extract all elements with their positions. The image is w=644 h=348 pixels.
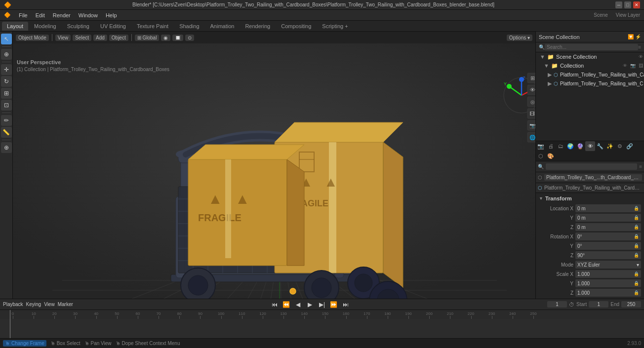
tab-rendering[interactable]: Rendering (240, 22, 275, 31)
status-frame-item[interactable]: 🖱 Change Frame (3, 340, 46, 347)
viewport[interactable]: Object Mode View Select Add Object ⊞ Glo… (13, 32, 535, 299)
transform-header[interactable]: ▼ Transform (537, 194, 643, 203)
tool-annotate[interactable]: ✏ (1, 115, 12, 126)
tool-select[interactable]: ↖ (1, 34, 12, 44)
object-selector-dropdown[interactable]: Platform_Trolley_Two_...th_Cardboard_Box… (544, 174, 642, 181)
prop-tab-material[interactable]: 🎨 (546, 151, 556, 161)
eye-icon-2[interactable]: 👁 (623, 63, 627, 68)
object-selector-2[interactable]: ⬡ Platform_Trolley_Two_Railing_with_Card… (536, 183, 644, 193)
mode-dropdown[interactable]: Object Mode (16, 35, 49, 41)
menu-render[interactable]: Render (49, 10, 75, 20)
prop-tab-world[interactable]: 🔮 (575, 141, 585, 151)
lock-icon-5[interactable]: 🔒 (634, 243, 639, 248)
next-frame-button[interactable]: ▶| (318, 300, 326, 309)
menu-help[interactable]: Help (102, 10, 121, 20)
lock-icon-8[interactable]: 🔒 (634, 281, 639, 286)
jump-back-button[interactable]: ⏪ (282, 300, 291, 309)
outliner-search-input[interactable] (545, 44, 638, 50)
marker-menu[interactable]: Marker (58, 302, 73, 307)
lock-icon[interactable]: 🔒 (634, 206, 639, 211)
jump-forward-button[interactable]: ⏩ (329, 300, 338, 309)
prev-frame-button[interactable]: ◀ (294, 300, 303, 309)
proportional-edit[interactable]: ⊙ (185, 35, 194, 41)
tab-sculpting[interactable]: Sculpting (62, 22, 94, 31)
outliner-collection[interactable]: ▼ 📁 Collection 👁 📷 🖼 (536, 61, 644, 70)
object-menu[interactable]: Object (109, 35, 128, 41)
outliner[interactable]: ▼ 📁 Scene Collection 👁 ▼ 📁 Collection 👁 … (536, 52, 644, 141)
add-menu[interactable]: Add (93, 35, 107, 41)
snap-toggle[interactable]: 🔲 (172, 35, 183, 41)
tab-shading[interactable]: Shading (174, 22, 204, 31)
tab-scripting[interactable]: Scripting + (317, 22, 353, 31)
timeline-ruler[interactable]: 0102030405060708090100110120130140150160… (0, 310, 644, 319)
jump-to-end-button[interactable]: ⏭ (341, 300, 350, 309)
outliner-object-1[interactable]: ▶ ⬡ Platform_Trolley_Two_Railing_with_Ca… (536, 70, 644, 79)
location-z-field[interactable]: 0 m 🔒 (575, 223, 641, 231)
location-x-field[interactable]: 0 m 🔒 (575, 204, 641, 212)
tool-rotate[interactable]: ↻ (1, 76, 12, 87)
scale-x-field[interactable]: 1.000 🔒 (575, 270, 641, 278)
view-menu[interactable]: View (55, 35, 71, 41)
start-frame-field[interactable]: 1 (589, 301, 608, 308)
menu-file[interactable]: File (15, 10, 32, 20)
tool-transform[interactable]: ⊡ (1, 100, 12, 111)
prop-tab-physics[interactable]: ⚙ (615, 141, 625, 151)
jump-to-start-button[interactable]: ⏮ (270, 300, 279, 309)
rotation-mode-dropdown[interactable]: XYZ Euler ▾ (575, 261, 641, 269)
rotation-y-field[interactable]: 0° 🔒 (575, 242, 641, 250)
tab-animation[interactable]: Animation (205, 22, 240, 31)
lock-icon-9[interactable]: 🔒 (634, 290, 639, 295)
lock-icon-7[interactable]: 🔒 (634, 271, 639, 276)
rotation-z-field[interactable]: 90° 🔒 (575, 251, 641, 259)
eye-icon[interactable]: 👁 (639, 54, 643, 59)
prop-tab-data[interactable]: ⬡ (536, 151, 546, 161)
prop-tab-object[interactable]: 👁 (585, 141, 595, 151)
transform-pivot[interactable]: ◉ (161, 35, 170, 41)
outliner-sort-icon[interactable]: ⚡ (635, 34, 641, 39)
select-menu[interactable]: Select (73, 35, 91, 41)
tab-uv-editing[interactable]: UV Editing (95, 22, 131, 31)
scale-y-field[interactable]: 1.000 🔒 (575, 279, 641, 287)
prop-tab-view-layer[interactable]: 🗂 (556, 141, 565, 151)
current-frame-field[interactable]: 1 (547, 301, 567, 308)
tab-layout[interactable]: Layout (2, 22, 28, 31)
prop-filter-input[interactable] (546, 163, 637, 170)
end-frame-field[interactable]: 250 (621, 301, 641, 308)
prop-filter-options[interactable]: ≡ (639, 164, 642, 169)
location-y-field[interactable]: 0 m 🔒 (575, 214, 641, 222)
lock-icon-4[interactable]: 🔒 (634, 234, 639, 239)
timeline-track[interactable] (0, 319, 644, 338)
minimize-button[interactable]: ─ (615, 1, 622, 8)
close-button[interactable]: ✕ (633, 1, 640, 8)
prop-tab-constraints[interactable]: 🔗 (625, 141, 635, 151)
prop-tab-output[interactable]: 🖨 (546, 141, 556, 151)
outliner-options-icon[interactable]: ≡ (638, 44, 641, 50)
menu-edit[interactable]: Edit (32, 10, 49, 20)
tab-modeling[interactable]: Modeling (29, 22, 61, 31)
tool-cursor[interactable]: ⊕ (1, 49, 12, 60)
maximize-button[interactable]: □ (624, 1, 631, 8)
lock-icon-3[interactable]: 🔒 (634, 225, 639, 230)
menu-window[interactable]: Window (75, 10, 102, 20)
outliner-scene-collection[interactable]: ▼ 📁 Scene Collection 👁 (536, 52, 644, 61)
prop-tab-particles[interactable]: ✨ (605, 141, 615, 151)
tool-measure[interactable]: 📏 (1, 127, 12, 138)
prop-tab-render[interactable]: 📷 (536, 141, 546, 151)
rotation-x-field[interactable]: 0° 🔒 (575, 232, 641, 240)
tab-compositing[interactable]: Compositing (276, 22, 316, 31)
view-layer-selector[interactable]: View Layer (612, 12, 644, 18)
status-dope-sheet[interactable]: 🖱 Dope Sheet Context Menu (116, 341, 180, 346)
tab-texture-paint[interactable]: Texture Paint (132, 22, 173, 31)
keying-menu[interactable]: Keying (26, 302, 41, 307)
tool-add[interactable]: ⊕ (1, 142, 12, 153)
lock-icon-6[interactable]: 🔒 (634, 253, 639, 258)
transform-orientation[interactable]: ⊞ Global (135, 35, 160, 41)
outliner-object-2[interactable]: ▶ ⬡ Platform_Trolley_Two_Railing_with_C … (536, 79, 644, 88)
lock-icon-2[interactable]: 🔒 (634, 215, 639, 220)
tool-scale[interactable]: ⊞ (1, 88, 12, 99)
view-menu[interactable]: View (44, 302, 55, 307)
outliner-filter-icon[interactable]: 🔽 (628, 34, 634, 39)
play-button[interactable]: ▶ (306, 300, 315, 309)
menu-blender[interactable]: 🔶 (0, 10, 15, 20)
tool-move[interactable]: ✛ (1, 64, 12, 75)
